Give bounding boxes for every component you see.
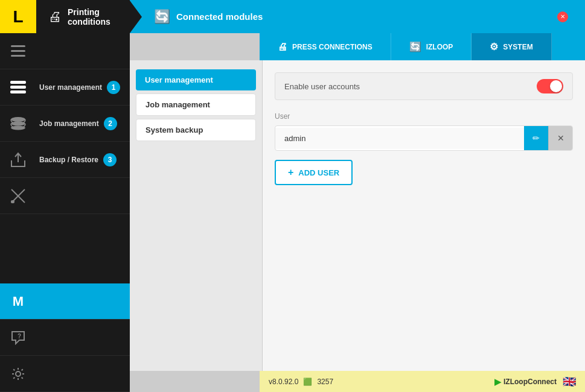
logo: L [0,0,36,33]
sidebar-item-settings[interactable] [0,356,130,392]
layers-icon [0,33,36,69]
tab-izloop-label: IZLOOP [426,43,453,51]
sidebar: User management 1 Job management 2 [0,33,130,392]
sidebar-item-layers[interactable] [0,33,130,69]
sidebar-item-backup-restore[interactable]: Backup / Restore 3 [0,142,130,178]
sidebar-item-job-management[interactable]: Job management 2 [0,106,130,142]
tab-press-connections-label: PRESS CONNECTIONS [292,43,372,51]
tab-system-label: SYSTEM [503,43,532,51]
content-area: User management Job management System ba… [130,60,585,371]
svg-rect-0 [11,45,25,47]
svg-text:?: ? [18,333,21,340]
tab-system[interactable]: ⚙ SYSTEM [472,33,551,60]
izloop-connect: ▶ IZLoopConnect [494,377,557,387]
menu-panel: User management Job management System ba… [130,60,263,371]
close-button[interactable]: ✕ [557,11,568,22]
enable-user-accounts-label: Enable user accounts [284,82,360,91]
menu-item-system-backup[interactable]: System backup [136,119,256,141]
add-user-plus-icon: + [288,167,293,178]
title-bar: L 🖨 Printing conditions 🔄 Connected modu… [0,0,585,33]
sidebar-item-help[interactable]: ? [0,320,130,356]
title-right-text: Connected modules [176,11,263,22]
sidebar-item-m[interactable]: M [0,283,130,320]
connected-icon: 🔄 [154,9,170,25]
svg-rect-3 [10,81,26,84]
izloop-connect-label: IZLoopConnect [503,378,557,386]
port-label: 3257 [317,378,333,386]
user-row-admin: admin ✏ ✕ [275,125,573,151]
user-management-badge: 1 [107,81,120,94]
help-icon: ? [0,320,36,356]
svg-rect-1 [11,50,25,52]
svg-rect-2 [11,55,25,57]
sidebar-item-cut[interactable] [0,178,130,214]
play-icon: ▶ [494,377,501,387]
tab-press-connections[interactable]: 🖨 PRESS CONNECTIONS [260,33,391,60]
user-section-label: User [275,112,573,121]
title-arrow [130,1,142,33]
tab-izloop[interactable]: 🔄 IZLOOP [391,33,472,60]
title-left-text: Printing conditions [68,7,118,27]
menu-item-job-management[interactable]: Job management [136,93,256,116]
job-management-label: Job management [36,119,99,128]
izloop-icon: 🔄 [409,41,421,52]
system-icon: ⚙ [490,41,498,52]
svg-rect-4 [10,86,26,89]
job-management-badge: 2 [104,117,117,130]
delete-user-button[interactable]: ✕ [548,126,572,150]
cut-icon [0,178,36,214]
svg-point-8 [11,125,25,130]
window-controls: ✕ [557,11,573,22]
printing-icon: 🖨 [48,9,62,25]
backup-restore-label: Backup / Restore [36,156,98,164]
title-right: 🔄 Connected modules ✕ [142,0,585,33]
db-icon: 🟩 [303,378,312,386]
menu-item-user-management[interactable]: User management [136,69,256,90]
sidebar-spacer [0,214,130,283]
add-user-button[interactable]: + ADD USER [275,160,353,185]
backup-icon [0,142,36,178]
user-management-label: User management [36,83,102,92]
toggle-knob [550,80,562,92]
status-bar: v8.0.92.0 🟩 3257 ▶ IZLoopConnect 🇬🇧 [260,371,585,392]
user-management-icon [0,69,36,106]
m-icon: M [0,283,36,320]
flag-icon: 🇬🇧 [563,375,576,388]
enable-user-accounts-toggle[interactable] [537,79,563,93]
settings-icon [0,356,36,392]
add-user-label: ADD USER [298,168,339,177]
sidebar-item-user-management[interactable]: User management 1 [0,69,130,106]
svg-point-6 [11,117,25,122]
edit-user-button[interactable]: ✏ [524,126,548,150]
tab-bar: 🖨 PRESS CONNECTIONS 🔄 IZLOOP ⚙ SYSTEM [260,33,585,60]
title-left: 🖨 Printing conditions [36,7,130,27]
main-content-area: 🖨 PRESS CONNECTIONS 🔄 IZLOOP ⚙ SYSTEM Us… [130,33,585,392]
body-area: User management 1 Job management 2 [0,33,585,392]
version-label: v8.0.92.0 [269,378,298,386]
press-connections-icon: 🖨 [278,42,287,52]
svg-rect-5 [10,90,26,93]
backup-restore-badge: 3 [103,153,117,166]
right-panel: Enable user accounts User admin ✏ ✕ [263,60,585,371]
user-value-admin: admin [275,128,524,149]
svg-point-14 [16,371,21,376]
status-bar-right: ▶ IZLoopConnect 🇬🇧 [494,375,576,388]
svg-rect-12 [11,200,14,203]
svg-point-7 [11,121,25,125]
enable-user-accounts-row: Enable user accounts [275,72,573,100]
job-management-icon [0,106,36,142]
app-container: L 🖨 Printing conditions 🔄 Connected modu… [0,0,585,392]
